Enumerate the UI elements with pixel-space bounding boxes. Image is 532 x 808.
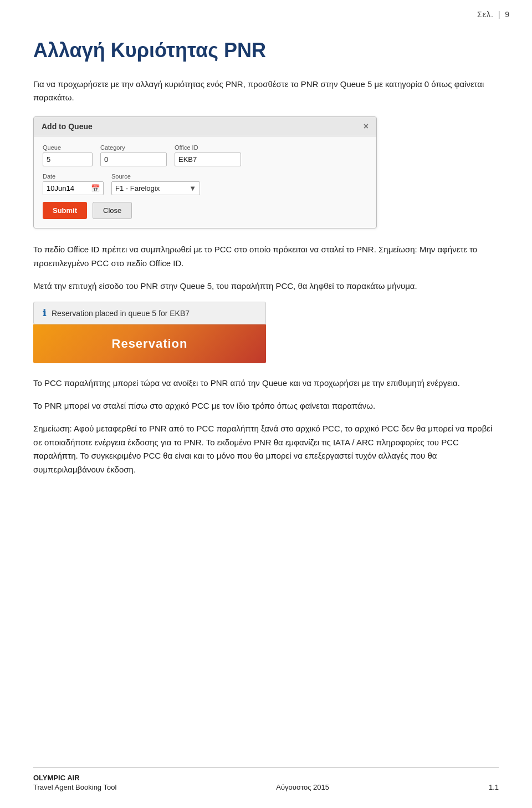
category-field: Category: [100, 144, 167, 166]
close-button[interactable]: Close: [93, 202, 132, 219]
footer-org: OLYMPIC AIR: [33, 774, 116, 782]
date-input-wrap: 📅: [43, 181, 104, 195]
officeid-label: Office ID: [175, 144, 241, 151]
body-paragraph-3: Σημείωση: Αφού μεταφερθεί το PNR από το …: [33, 422, 499, 477]
note1-paragraph: Το πεδίο Office ID πρέπει να συμπληρωθεί…: [33, 243, 499, 271]
page-title: Αλλαγή Κυριότητας PNR: [33, 39, 499, 62]
date-label: Date: [43, 173, 104, 180]
info-icon: ℹ: [43, 308, 46, 318]
footer: OLYMPIC AIR Travel Agent Booking Tool Αύ…: [33, 768, 499, 791]
source-value: F1 - Farelogix: [115, 184, 160, 192]
dialog-row-1: Queue Category Office ID: [43, 144, 367, 166]
notification-message: Reservation placed in queue 5 for EKB7: [52, 309, 190, 318]
footer-tool: Travel Agent Booking Tool: [33, 783, 116, 791]
dialog-row-2: Date 📅 Source F1 - Farelogix ▼: [43, 173, 367, 195]
category-label: Category: [100, 144, 167, 151]
source-select[interactable]: F1 - Farelogix ▼: [111, 181, 200, 195]
queue-field: Queue: [43, 144, 93, 166]
note2-paragraph: Μετά την επιτυχή είσοδο του PNR στην Que…: [33, 280, 499, 293]
notification-container: ℹ Reservation placed in queue 5 for EKB7…: [33, 302, 266, 363]
page-number-value: 9: [505, 10, 510, 19]
reservation-banner-text: Reservation: [112, 337, 188, 351]
divider-icon: |: [498, 10, 501, 19]
submit-button[interactable]: Submit: [43, 202, 87, 219]
officeid-field: Office ID: [175, 144, 241, 166]
source-field: Source F1 - Farelogix ▼: [111, 173, 200, 195]
dialog-header: Add to Queue ×: [34, 117, 376, 136]
page-number-label: Σελ.: [477, 10, 494, 19]
footer-version: 1.1: [489, 783, 499, 791]
dropdown-arrow-icon: ▼: [189, 184, 196, 192]
dialog-actions: Submit Close: [43, 202, 367, 219]
intro-paragraph: Για να προχωρήσετε με την αλλαγή κυριότη…: [33, 78, 499, 104]
queue-label: Queue: [43, 144, 93, 151]
page-number: Σελ. | 9: [477, 10, 510, 19]
footer-left: OLYMPIC AIR Travel Agent Booking Tool: [33, 774, 116, 791]
date-input[interactable]: [43, 182, 88, 195]
footer-date: Αύγουστος 2015: [276, 783, 329, 791]
officeid-input[interactable]: [175, 153, 241, 166]
dialog-body: Queue Category Office ID Date 📅: [34, 136, 376, 228]
category-input[interactable]: [100, 153, 167, 166]
dialog-close-x[interactable]: ×: [364, 121, 369, 131]
body-paragraph-1: Το PCC παραλήπτης μπορεί τώρα να ανοίξει…: [33, 377, 499, 390]
source-label: Source: [111, 173, 200, 180]
reservation-banner: Reservation: [33, 324, 266, 363]
queue-input[interactable]: [43, 153, 93, 166]
date-field: Date 📅: [43, 173, 104, 195]
add-to-queue-dialog: Add to Queue × Queue Category Office ID …: [33, 116, 377, 228]
body-paragraph-2: Το PNR μπορεί να σταλεί πίσω στο αρχικό …: [33, 399, 499, 413]
notification-box: ℹ Reservation placed in queue 5 for EKB7: [33, 302, 266, 324]
calendar-icon[interactable]: 📅: [88, 182, 103, 195]
dialog-title: Add to Queue: [42, 122, 93, 131]
